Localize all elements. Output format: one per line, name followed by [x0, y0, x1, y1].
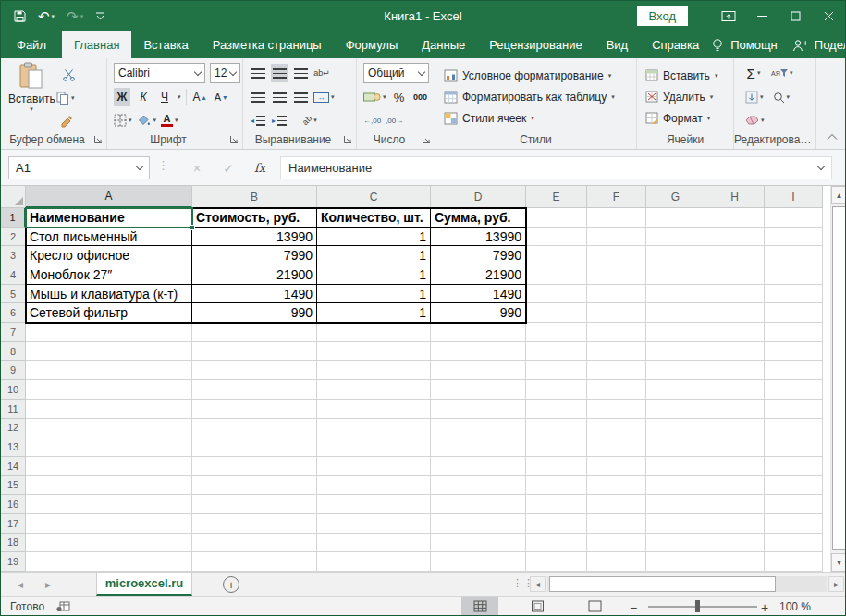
cell-H5[interactable]	[705, 285, 765, 304]
cell-B1[interactable]: Стоимость, руб.	[192, 208, 317, 228]
horizontal-scrollbar[interactable]	[547, 576, 827, 592]
align-middle-button[interactable]	[271, 64, 288, 82]
cell-D9[interactable]	[431, 361, 526, 380]
cell-H1[interactable]	[705, 208, 765, 228]
scroll-up-button[interactable]: ▲	[831, 186, 846, 204]
align-left-button[interactable]	[250, 88, 266, 106]
cell-B5[interactable]: 1490	[192, 285, 317, 304]
cell-I14[interactable]	[765, 457, 823, 476]
row-header-8[interactable]: 8	[1, 342, 26, 362]
cell-I5[interactable]	[765, 285, 823, 304]
cell-F5[interactable]	[587, 285, 646, 304]
column-header-I[interactable]: I	[765, 186, 823, 208]
cell-I17[interactable]	[765, 514, 823, 534]
prev-sheet-button[interactable]: ◂	[18, 573, 23, 596]
column-header-H[interactable]: H	[705, 186, 765, 208]
sort-filter-button[interactable]: АЯ ▾	[771, 64, 793, 82]
clear-button[interactable]: ▾	[745, 111, 765, 129]
cell-I18[interactable]	[765, 534, 823, 553]
cell-H13[interactable]	[705, 437, 765, 457]
cell-C16[interactable]	[317, 495, 431, 514]
cut-button[interactable]	[60, 66, 77, 84]
paste-button[interactable]: Вставить ▾	[8, 62, 55, 113]
insert-function-button[interactable]: fx	[249, 156, 271, 179]
accounting-format-button[interactable]: ▾	[363, 88, 386, 106]
column-header-B[interactable]: B	[192, 186, 317, 208]
cell-F1[interactable]	[587, 208, 646, 228]
increase-font-button[interactable]: А▴	[191, 88, 208, 106]
view-page-layout-button[interactable]	[519, 597, 556, 616]
row-header-7[interactable]: 7	[1, 323, 26, 342]
cell-I1[interactable]	[765, 208, 823, 228]
font-size-combo[interactable]: 12	[210, 63, 240, 83]
cell-G8[interactable]	[646, 342, 705, 362]
cell-F3[interactable]	[587, 246, 646, 265]
cell-E12[interactable]	[526, 419, 587, 438]
cell-A18[interactable]	[26, 534, 192, 553]
cell-B10[interactable]	[192, 380, 317, 400]
row-header-9[interactable]: 9	[1, 361, 26, 380]
cell-I12[interactable]	[765, 419, 823, 438]
cell-I19[interactable]	[765, 552, 823, 572]
row-header-11[interactable]: 11	[1, 400, 26, 419]
font-color-button[interactable]: А ▾	[161, 111, 178, 129]
zoom-in-button[interactable]: +	[761, 600, 768, 615]
cell-I13[interactable]	[765, 437, 823, 457]
cell-A16[interactable]	[26, 495, 192, 514]
cell-C2[interactable]: 1	[317, 228, 431, 247]
cell-C13[interactable]	[317, 437, 431, 457]
cell-B3[interactable]: 7990	[192, 246, 317, 265]
row-header-14[interactable]: 14	[1, 457, 26, 476]
cell-G1[interactable]	[646, 208, 705, 228]
cell-A3[interactable]: Кресло офисное	[26, 246, 192, 265]
zoom-slider-track[interactable]	[648, 606, 757, 608]
cell-C8[interactable]	[317, 342, 431, 362]
cell-F4[interactable]	[587, 265, 646, 285]
cell-F10[interactable]	[587, 380, 646, 400]
cell-B8[interactable]	[192, 342, 317, 362]
orientation-button[interactable]: ab ▾	[301, 111, 318, 129]
cell-D12[interactable]	[431, 419, 526, 438]
cell-D8[interactable]	[431, 342, 526, 362]
cell-F15[interactable]	[587, 476, 646, 496]
cell-I16[interactable]	[765, 495, 823, 514]
cell-F2[interactable]	[587, 228, 646, 247]
scroll-down-button[interactable]: ▼	[831, 553, 846, 572]
font-family-combo[interactable]: Calibri	[114, 63, 205, 83]
cell-C9[interactable]	[317, 361, 431, 380]
cell-E14[interactable]	[526, 457, 587, 476]
find-select-button[interactable]: ▾	[773, 88, 791, 106]
cell-D11[interactable]	[431, 400, 526, 419]
cell-C10[interactable]	[317, 380, 431, 400]
cell-C12[interactable]	[317, 419, 431, 438]
cell-H11[interactable]	[705, 400, 765, 419]
cell-C11[interactable]	[317, 400, 431, 419]
cell-H14[interactable]	[705, 457, 765, 476]
cell-H3[interactable]	[705, 246, 765, 265]
cell-I3[interactable]	[765, 246, 823, 265]
format-cells-button[interactable]: Формат ▾	[637, 108, 710, 128]
cell-H9[interactable]	[705, 361, 765, 380]
cell-I7[interactable]	[765, 323, 823, 342]
maximize-button[interactable]	[779, 1, 812, 31]
underline-button[interactable]: Ч	[156, 88, 173, 106]
cell-H8[interactable]	[705, 342, 765, 362]
cell-D15[interactable]	[431, 476, 526, 496]
row-header-5[interactable]: 5	[1, 285, 26, 304]
row-header-18[interactable]: 18	[1, 534, 26, 553]
comma-style-button[interactable]: 000	[412, 88, 429, 106]
sheet-tab-active[interactable]: microexcel.ru	[96, 573, 192, 596]
cell-F12[interactable]	[587, 419, 646, 438]
cell-A1[interactable]: Наименование	[26, 208, 192, 228]
cell-B9[interactable]	[192, 361, 317, 380]
cell-H10[interactable]	[705, 380, 765, 400]
cell-C19[interactable]	[317, 552, 431, 572]
scroll-right-button[interactable]: ▸	[828, 576, 844, 592]
tab-data[interactable]: Данные	[410, 31, 477, 58]
row-header-16[interactable]: 16	[1, 495, 26, 514]
cell-I8[interactable]	[765, 342, 823, 362]
cell-F18[interactable]	[587, 534, 646, 553]
merge-center-button[interactable]: ↔ ▾	[313, 88, 335, 106]
decrease-decimal-button[interactable]: ,00→	[386, 111, 403, 129]
percent-style-button[interactable]: %	[391, 88, 408, 106]
